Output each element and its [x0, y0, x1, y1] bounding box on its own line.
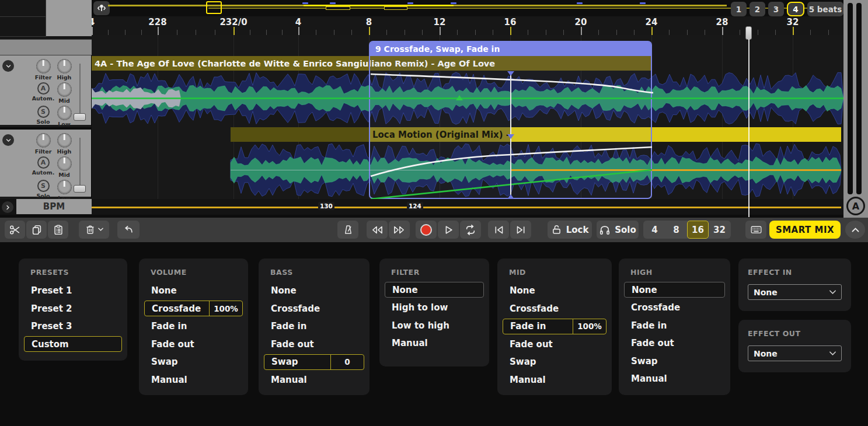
loop-length-16[interactable]: 16 — [687, 221, 709, 239]
undo-button[interactable] — [117, 221, 140, 239]
option-swap[interactable]: Swap0 — [264, 354, 364, 370]
option-value[interactable]: 100% — [209, 301, 242, 316]
paste-button[interactable] — [48, 221, 68, 239]
option-swap[interactable]: Swap — [497, 353, 612, 371]
channel-collapse-button[interactable] — [2, 134, 14, 146]
solo-control[interactable]: SSolo — [33, 106, 54, 125]
option-crossfade[interactable]: Crossfade — [259, 300, 369, 318]
volume-fader-handle[interactable] — [74, 113, 86, 121]
option-high-to-low[interactable]: High to low — [379, 299, 489, 317]
option-manual[interactable]: Manual — [497, 371, 612, 389]
bpm-expand-button[interactable] — [2, 201, 13, 213]
playhead-handle[interactable] — [745, 26, 752, 40]
option-fade-out[interactable]: Fade out — [497, 336, 612, 354]
play-button[interactable] — [438, 221, 459, 239]
cut-button[interactable] — [5, 221, 25, 239]
beats-option-3[interactable]: 3 — [768, 2, 784, 16]
effect-select[interactable]: None — [748, 284, 842, 300]
minimap-viewport[interactable] — [206, 1, 222, 14]
smart-mix-button[interactable]: SMART MIX — [769, 221, 841, 239]
mid-control[interactable]: Mid — [54, 82, 75, 104]
record-button[interactable] — [416, 221, 437, 239]
filter-knob[interactable] — [36, 133, 51, 148]
option-fade-in[interactable]: Fade in — [139, 317, 248, 336]
copy-button[interactable] — [26, 221, 47, 239]
option-fade-in[interactable]: Fade in — [619, 316, 730, 334]
skip-start-button[interactable] — [488, 221, 509, 239]
loop-button[interactable] — [460, 221, 481, 239]
option-none[interactable]: None — [385, 282, 484, 298]
playhead[interactable] — [745, 26, 752, 217]
metronome-button[interactable] — [337, 221, 358, 239]
beats-option-2[interactable]: 2 — [750, 2, 765, 16]
option-manual[interactable]: Manual — [259, 371, 369, 389]
option-fade-out[interactable]: Fade out — [259, 336, 369, 354]
filter-control[interactable]: Filter — [33, 133, 54, 155]
high-control[interactable]: High — [54, 59, 75, 81]
bpm-automation-line[interactable] — [92, 207, 841, 208]
fast-forward-button[interactable] — [389, 221, 410, 239]
skip-end-button[interactable] — [510, 221, 531, 239]
high-knob[interactable] — [57, 133, 72, 148]
timeline-ruler[interactable]: 4228232/048121620242832 — [92, 16, 843, 35]
loop-length-32[interactable]: 32 — [709, 221, 730, 239]
option-manual[interactable]: Manual — [379, 334, 489, 352]
filter-control[interactable]: Filter — [33, 59, 54, 81]
option-value[interactable]: 100% — [573, 319, 606, 334]
option-none[interactable]: None — [497, 282, 612, 300]
transition-header[interactable]: 9 Crossfade, Swap, Fade in — [370, 42, 651, 56]
option-crossfade[interactable]: Crossfade — [619, 299, 730, 317]
beats-option-4[interactable]: 4 — [787, 2, 804, 16]
option-fade-out[interactable]: Fade out — [139, 336, 248, 354]
option-none[interactable]: None — [259, 282, 369, 300]
autom-badge[interactable]: A — [37, 156, 50, 169]
mid-knob[interactable] — [57, 156, 72, 171]
volume-fader-handle[interactable] — [74, 185, 86, 193]
option-swap[interactable]: Swap — [139, 353, 248, 371]
automation-logo-icon[interactable]: A — [846, 197, 865, 215]
option-none[interactable]: None — [624, 282, 725, 298]
transition-box[interactable]: 9 Crossfade, Swap, Fade in — [369, 41, 652, 199]
filter-knob[interactable] — [36, 59, 51, 74]
loop-length-8[interactable]: 8 — [665, 221, 687, 239]
low-control[interactable]: Low — [54, 180, 75, 201]
autom-control[interactable]: AAutom. — [33, 82, 54, 102]
minimap-pin-button[interactable] — [93, 1, 110, 15]
option-manual[interactable]: Manual — [139, 371, 248, 389]
lock-button[interactable]: Lock — [548, 221, 592, 239]
channel-collapse-button[interactable] — [2, 60, 14, 72]
option-custom[interactable]: Custom — [24, 336, 122, 352]
option-swap[interactable]: Swap — [619, 352, 730, 370]
option-crossfade[interactable]: Crossfade — [497, 300, 612, 318]
solo-badge[interactable]: S — [37, 180, 50, 192]
autom-control[interactable]: AAutom. — [33, 156, 54, 176]
beats-option-1[interactable]: 1 — [731, 2, 747, 16]
option-preset-2[interactable]: Preset 2 — [19, 300, 127, 318]
option-manual[interactable]: Manual — [619, 370, 730, 388]
keyboard-shortcuts-button[interactable] — [745, 221, 766, 239]
option-low-to-high[interactable]: Low to high — [379, 316, 489, 334]
low-knob[interactable] — [57, 106, 72, 120]
loop-length-4[interactable]: 4 — [644, 221, 665, 239]
option-fade-out[interactable]: Fade out — [619, 334, 730, 352]
mid-control[interactable]: Mid — [54, 156, 75, 178]
high-control[interactable]: High — [54, 133, 75, 155]
option-preset-1[interactable]: Preset 1 — [19, 282, 127, 300]
option-preset-3[interactable]: Preset 3 — [19, 317, 127, 336]
option-fade-in[interactable]: Fade in100% — [503, 319, 606, 334]
collapse-button[interactable] — [845, 221, 865, 239]
low-knob[interactable] — [57, 180, 72, 194]
solo-button[interactable]: Solo — [597, 221, 639, 239]
option-fade-in[interactable]: Fade in — [259, 317, 369, 336]
delete-button[interactable] — [79, 221, 109, 239]
effect-select[interactable]: None — [748, 345, 842, 361]
low-control[interactable]: Low — [54, 106, 75, 127]
option-none[interactable]: None — [139, 282, 248, 300]
autom-badge[interactable]: A — [37, 82, 50, 95]
solo-control[interactable]: SSolo — [33, 180, 54, 199]
high-knob[interactable] — [57, 59, 72, 74]
option-value[interactable]: 0 — [330, 355, 364, 369]
option-crossfade[interactable]: Crossfade100% — [144, 301, 243, 316]
rewind-button[interactable] — [367, 221, 388, 239]
solo-badge[interactable]: S — [37, 106, 50, 118]
